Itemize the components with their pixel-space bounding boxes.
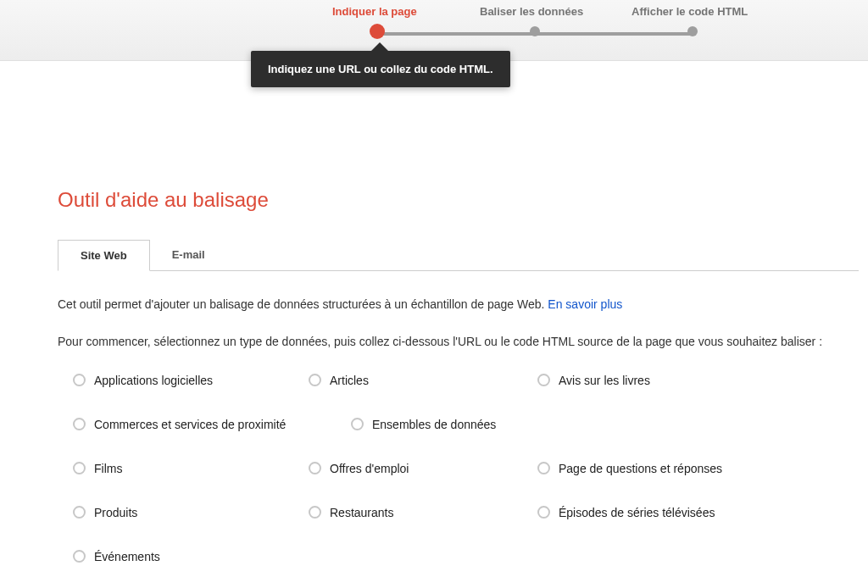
- type-label: Avis sur les livres: [559, 374, 650, 387]
- tabs: Site Web E-mail: [58, 239, 859, 271]
- stepper-bar: Indiquer la page Baliser les données Aff…: [0, 0, 868, 61]
- step-2-label[interactable]: Baliser les données: [480, 5, 583, 18]
- type-row: Films Offres d'emploi Page de questions …: [73, 462, 859, 475]
- type-label: Page de questions et réponses: [559, 462, 722, 475]
- type-option[interactable]: Offres d'emploi: [309, 462, 537, 475]
- step-3-dot[interactable]: [687, 26, 698, 36]
- type-row: Événements: [73, 550, 859, 563]
- radio-icon[interactable]: [73, 506, 86, 519]
- data-type-grid: Applications logicielles Articles Avis s…: [73, 374, 859, 563]
- radio-icon[interactable]: [73, 550, 86, 563]
- type-option[interactable]: Articles: [309, 374, 537, 387]
- type-label: Applications logicielles: [94, 374, 213, 387]
- type-row: Applications logicielles Articles Avis s…: [73, 374, 859, 387]
- type-option[interactable]: Produits: [73, 506, 309, 519]
- main-content: Outil d'aide au balisage Site Web E-mail…: [58, 61, 859, 563]
- intro-text-1: Cet outil permet d'ajouter un balisage d…: [58, 297, 548, 311]
- radio-icon[interactable]: [73, 462, 86, 474]
- type-option[interactable]: Page de questions et réponses: [537, 462, 792, 475]
- type-option[interactable]: Commerces et services de proximité: [73, 418, 351, 431]
- type-label: Commerces et services de proximité: [94, 418, 286, 431]
- step-1-label[interactable]: Indiquer la page: [332, 5, 417, 18]
- type-option[interactable]: Restaurants: [309, 506, 537, 519]
- type-label: Films: [94, 462, 122, 475]
- intro-line-1: Cet outil permet d'ajouter un balisage d…: [58, 295, 859, 313]
- page-title: Outil d'aide au balisage: [58, 188, 859, 212]
- radio-icon[interactable]: [309, 506, 321, 519]
- type-label: Offres d'emploi: [330, 462, 409, 475]
- type-option[interactable]: Ensembles de données: [351, 418, 605, 431]
- type-label: Produits: [94, 506, 137, 519]
- type-row: Commerces et services de proximité Ensem…: [73, 418, 859, 431]
- type-option[interactable]: Applications logicielles: [73, 374, 309, 387]
- type-option[interactable]: Films: [73, 462, 309, 475]
- type-label: Épisodes de séries télévisées: [559, 506, 715, 519]
- radio-icon[interactable]: [537, 462, 550, 474]
- radio-icon[interactable]: [309, 462, 321, 474]
- radio-icon[interactable]: [537, 506, 550, 519]
- type-option[interactable]: Avis sur les livres: [537, 374, 792, 387]
- radio-icon[interactable]: [309, 374, 321, 386]
- stepper-tooltip: Indiquez une URL ou collez du code HTML.: [251, 51, 510, 87]
- intro-line-2: Pour commencer, sélectionnez un type de …: [58, 332, 859, 351]
- step-2-dot[interactable]: [530, 26, 540, 36]
- type-option[interactable]: Épisodes de séries télévisées: [537, 506, 792, 519]
- tab-email[interactable]: E-mail: [150, 240, 227, 271]
- radio-icon[interactable]: [73, 374, 86, 386]
- radio-icon[interactable]: [73, 418, 86, 430]
- type-label: Articles: [330, 374, 369, 387]
- type-row: Produits Restaurants Épisodes de séries …: [73, 506, 859, 519]
- type-label: Restaurants: [330, 506, 393, 519]
- radio-icon[interactable]: [537, 374, 550, 386]
- learn-more-link[interactable]: En savoir plus: [548, 297, 622, 311]
- type-label: Ensembles de données: [372, 418, 496, 431]
- step-1-dot[interactable]: [370, 24, 385, 39]
- radio-icon[interactable]: [351, 418, 364, 430]
- type-option[interactable]: Événements: [73, 550, 309, 563]
- tab-site-web[interactable]: Site Web: [58, 240, 150, 271]
- type-label: Événements: [94, 550, 160, 563]
- step-3-label[interactable]: Afficher le code HTML: [632, 5, 748, 18]
